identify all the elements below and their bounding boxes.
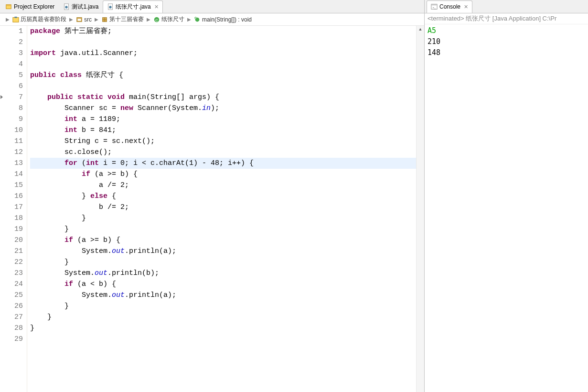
code-line[interactable]: public class 纸张尺寸 { [30, 70, 416, 81]
chevron-right-icon: ▶ [94, 17, 99, 22]
breadcrumb-class[interactable]: C 纸张尺寸 [153, 15, 184, 23]
code-line[interactable]: if (a >= b) { [30, 169, 416, 180]
chevron-right-icon: ▶ [68, 17, 74, 22]
tab-file1[interactable]: 测试1.java [59, 0, 103, 13]
svg-point-5 [109, 6, 112, 8]
breadcrumb-package[interactable]: 第十三届省赛 [101, 15, 144, 23]
chevron-right-icon: ▶ [5, 17, 11, 22]
code-line[interactable]: Scanner sc = new Scanner(System.in); [30, 103, 416, 114]
code-line[interactable]: System.out.println(b); [30, 268, 416, 279]
console-line: 210 [428, 36, 585, 47]
line-number: 8 [5, 103, 23, 114]
code-line[interactable]: int a = 1189; [30, 114, 416, 125]
console-line: 148 [428, 47, 585, 58]
code-line[interactable]: b /= 2; [30, 202, 416, 213]
code-line[interactable]: public static void main(String[] args) { [30, 92, 416, 103]
line-number: 2 [5, 37, 23, 48]
fold-marker-icon[interactable] [0, 95, 3, 99]
breadcrumb-src[interactable]: src [76, 16, 92, 23]
console-icon: >_ [431, 3, 438, 10]
code-line[interactable]: int b = 841; [30, 125, 416, 136]
code-line[interactable]: System.out.println(a); [30, 290, 416, 301]
marker-column [0, 26, 5, 392]
line-number: 21 [5, 246, 23, 257]
breadcrumb-label: 第十三届省赛 [109, 15, 144, 23]
line-number: 18 [5, 213, 23, 224]
line-number: 27 [5, 312, 23, 323]
console-output[interactable]: A5210148 [425, 24, 588, 392]
svg-point-3 [65, 6, 68, 8]
line-number: 4 [5, 59, 23, 70]
vertical-scrollbar[interactable]: ▲ [416, 26, 424, 392]
code-line[interactable]: } [30, 301, 416, 312]
code-line[interactable]: package 第十三届省赛; [30, 26, 416, 37]
console-line: A5 [428, 25, 585, 36]
line-number-gutter: 1234567891011121314151617181920212223242… [5, 26, 27, 392]
code-line[interactable] [30, 81, 416, 92]
line-number: 14 [5, 169, 23, 180]
svg-rect-7 [14, 16, 17, 18]
tab-project-explorer[interactable]: Project Explorer [1, 0, 59, 13]
line-number: 3 [5, 48, 23, 59]
editor-pane: Project Explorer 测试1.java 纸张尺寸.java ✕ ▶ … [0, 0, 425, 392]
svg-text:C: C [155, 18, 158, 22]
java-file-icon [107, 3, 114, 10]
code-line[interactable] [30, 334, 416, 345]
line-number: 25 [5, 290, 23, 301]
line-number: 17 [5, 202, 23, 213]
code-line[interactable]: a /= 2; [30, 180, 416, 191]
code-line[interactable] [30, 59, 416, 70]
code-line[interactable]: } [30, 312, 416, 323]
tab-file2[interactable]: 纸张尺寸.java ✕ [103, 0, 162, 13]
breadcrumb-label: main(String[]) : void [202, 16, 252, 23]
svg-text:>_: >_ [433, 6, 437, 9]
svg-text:S: S [195, 17, 196, 19]
code-line[interactable]: sc.close(); [30, 147, 416, 158]
code-line[interactable]: } [30, 224, 416, 235]
line-number: 15 [5, 180, 23, 191]
code-line[interactable]: System.out.println(a); [30, 246, 416, 257]
breadcrumb-project[interactable]: 历届真题省赛阶段 [12, 15, 66, 23]
line-number: 6 [5, 81, 23, 92]
code-editor[interactable]: 1234567891011121314151617181920212223242… [0, 26, 424, 392]
line-number: 12 [5, 147, 23, 158]
code-line[interactable]: } else { [30, 191, 416, 202]
tab-label: Console [439, 3, 460, 10]
breadcrumb-label: 纸张尺寸 [161, 15, 184, 23]
tab-label: 纸张尺寸.java [116, 3, 150, 11]
line-number: 28 [5, 323, 23, 334]
code-line[interactable]: import java.util.Scanner; [30, 48, 416, 59]
code-line[interactable]: } [30, 257, 416, 268]
line-number: 7 [5, 92, 23, 103]
project-icon [12, 16, 19, 23]
code-line[interactable] [30, 37, 416, 48]
close-icon[interactable]: ✕ [464, 4, 468, 10]
chevron-right-icon: ▶ [146, 17, 151, 22]
editor-tabs: Project Explorer 测试1.java 纸张尺寸.java ✕ [0, 0, 424, 13]
package-explorer-icon [5, 3, 12, 10]
line-number: 13 [5, 158, 23, 169]
java-file-icon [63, 3, 70, 10]
console-status: <terminated> 纸张尺寸 [Java Application] C:\… [425, 13, 588, 24]
code-line[interactable]: for (int i = 0; i < c.charAt(1) - 48; i+… [30, 158, 416, 169]
line-number: 24 [5, 279, 23, 290]
tab-console[interactable]: >_ Console ✕ [427, 0, 472, 13]
svg-rect-6 [13, 17, 19, 22]
code-content[interactable]: package 第十三届省赛; import java.util.Scanner… [27, 26, 416, 392]
tab-label: 测试1.java [72, 3, 98, 11]
code-line[interactable]: if (a < b) { [30, 279, 416, 290]
line-number: 20 [5, 235, 23, 246]
breadcrumb-method[interactable]: S main(String[]) : void [194, 16, 252, 23]
line-number: 26 [5, 301, 23, 312]
code-line[interactable]: if (a >= b) { [30, 235, 416, 246]
chevron-right-icon: ▶ [186, 17, 192, 22]
console-pane: >_ Console ✕ <terminated> 纸张尺寸 [Java App… [425, 0, 588, 392]
line-number: 5 [5, 70, 23, 81]
close-icon[interactable]: ✕ [154, 4, 159, 10]
scroll-up-icon[interactable]: ▲ [417, 26, 424, 34]
code-line[interactable]: String c = sc.next(); [30, 136, 416, 147]
line-number: 29 [5, 334, 23, 345]
breadcrumb: ▶ 历届真题省赛阶段 ▶ src ▶ 第十三届省赛 ▶ C 纸张尺寸 ▶ S m… [0, 13, 424, 26]
code-line[interactable]: } [30, 323, 416, 334]
code-line[interactable]: } [30, 213, 416, 224]
